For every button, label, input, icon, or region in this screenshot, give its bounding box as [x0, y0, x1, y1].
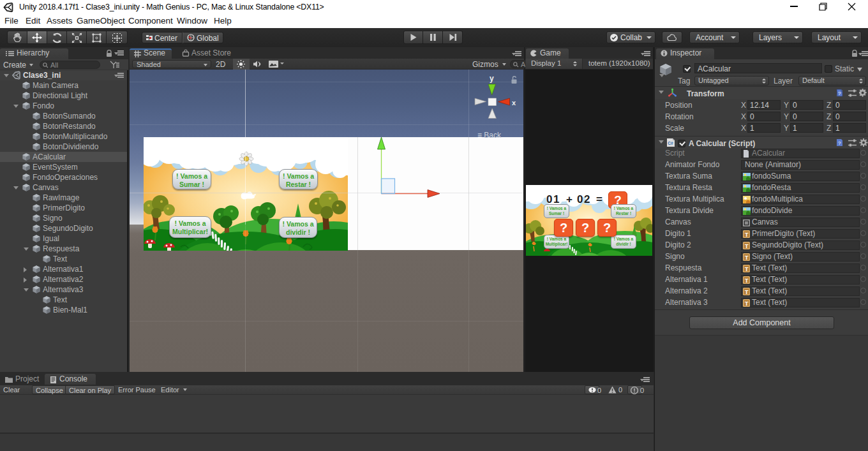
svg-text:?: ? — [838, 91, 841, 96]
svg-text:T: T — [745, 255, 749, 261]
svg-text:T: T — [745, 277, 749, 284]
svg-text:T: T — [745, 289, 749, 295]
svg-text:y: y — [490, 74, 494, 83]
svg-text:C#: C# — [668, 141, 673, 145]
svg-text:T: T — [745, 243, 749, 249]
svg-text:T: T — [745, 300, 749, 307]
svg-text:T: T — [745, 266, 749, 272]
svg-text:x: x — [512, 99, 516, 107]
svg-text:?: ? — [838, 140, 841, 146]
svg-text:T: T — [745, 232, 749, 238]
